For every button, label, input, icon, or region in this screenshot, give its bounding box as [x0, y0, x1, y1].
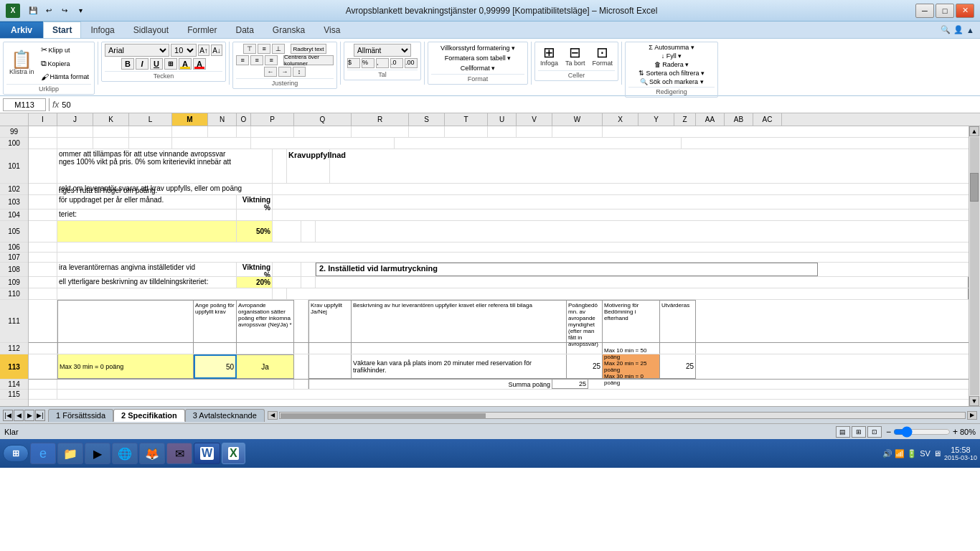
- cell-o109[interactable]: [301, 277, 316, 288]
- underline-button[interactable]: U: [150, 58, 163, 70]
- font-increase-button[interactable]: A↑: [198, 44, 209, 56]
- cell-i102[interactable]: [29, 184, 57, 194]
- tab-data[interactable]: Data: [226, 22, 263, 38]
- maximize-button[interactable]: □: [936, 4, 954, 18]
- page-layout-button[interactable]: ⊞: [852, 426, 866, 438]
- percent-button[interactable]: %: [362, 58, 374, 68]
- tab-visa[interactable]: Visa: [314, 22, 349, 38]
- cell-j103[interactable]: för uppdraget per år eller månad.: [57, 195, 237, 209]
- cell-w99[interactable]: [552, 126, 603, 137]
- taskbar-firefox[interactable]: 🦊: [139, 443, 165, 464]
- tab-prev-button[interactable]: ◀: [14, 410, 24, 421]
- cell-i114[interactable]: [29, 380, 57, 389]
- format-cells-button[interactable]: ⊡ Format: [590, 44, 616, 69]
- format-painter-button[interactable]: 🖌 Hämta format: [39, 71, 92, 83]
- autosum-button[interactable]: Σ Autosumma ▾: [649, 44, 694, 51]
- page-break-button[interactable]: ⊡: [867, 426, 882, 438]
- cell-l112[interactable]: [194, 343, 237, 354]
- row-num-101[interactable]: 101: [0, 149, 28, 184]
- format-as-table-button[interactable]: Formatera som tabell ▾: [444, 54, 512, 62]
- insert-cells-button[interactable]: ⊞ Infoga: [538, 44, 560, 69]
- cell-m105[interactable]: 50%: [237, 221, 273, 242]
- cell-rest-106[interactable]: [57, 242, 969, 252]
- cell-p112[interactable]: [308, 343, 352, 354]
- normal-view-button[interactable]: ▤: [836, 426, 850, 438]
- cell-r99[interactable]: [352, 126, 409, 137]
- row-num-103[interactable]: 103: [0, 195, 28, 209]
- h-scroll-thumb[interactable]: [281, 413, 486, 419]
- merge-center-button[interactable]: Centrera över kolumner: [283, 55, 334, 65]
- cell-o101[interactable]: [273, 149, 287, 183]
- cell-l99[interactable]: [129, 126, 172, 137]
- col-header-p[interactable]: P: [251, 113, 294, 126]
- cell-j109[interactable]: ell ytterligare beskrivning av tilldelni…: [57, 277, 237, 288]
- taskbar-media[interactable]: ▶: [85, 443, 110, 464]
- cell-n113[interactable]: Ja: [237, 354, 294, 379]
- row-num-99[interactable]: 99: [0, 126, 28, 138]
- fill-color-button[interactable]: A: [179, 58, 192, 70]
- vertical-scrollbar[interactable]: ▲ ▼: [969, 126, 980, 406]
- border-button[interactable]: ⊞: [164, 58, 177, 70]
- col-header-i[interactable]: I: [29, 113, 57, 126]
- col-header-s[interactable]: S: [409, 113, 445, 126]
- cell-i101[interactable]: [29, 149, 57, 183]
- col-header-t[interactable]: T: [445, 113, 488, 126]
- col-header-ac[interactable]: AC: [753, 113, 782, 126]
- cell-m112[interactable]: [237, 343, 294, 354]
- align-middle-button[interactable]: ≡: [258, 44, 270, 54]
- cell-j111[interactable]: [57, 300, 194, 342]
- delete-cells-button[interactable]: ⊟ Ta bort: [563, 44, 588, 69]
- cell-n108[interactable]: [273, 263, 301, 276]
- cell-rest-109[interactable]: [316, 277, 969, 288]
- row-num-100[interactable]: 100: [0, 138, 28, 149]
- cell-o108[interactable]: [301, 263, 316, 276]
- align-right-button[interactable]: ≡: [265, 55, 278, 65]
- cell-o112[interactable]: [294, 343, 308, 354]
- close-button[interactable]: ✕: [956, 4, 974, 18]
- cell-s113[interactable]: Max 10 min = 50 poäng Max 20 min = 25 po…: [603, 354, 660, 379]
- cell-j112[interactable]: [57, 343, 194, 354]
- cell-k100[interactable]: [93, 138, 129, 149]
- cell-o111[interactable]: [294, 300, 308, 342]
- cell-n109[interactable]: [273, 277, 301, 288]
- cell-t99[interactable]: [445, 126, 488, 137]
- paste-button[interactable]: 📋 Klistra in: [6, 49, 37, 78]
- col-header-w[interactable]: W: [552, 113, 603, 126]
- h-scroll-track[interactable]: [279, 412, 966, 419]
- increase-indent-button[interactable]: →: [278, 67, 291, 77]
- clear-button[interactable]: 🗑 Radera ▾: [654, 61, 689, 68]
- font-size-select[interactable]: 10: [171, 44, 197, 57]
- conditional-formatting-button[interactable]: Villkorsstyrd formatering ▾: [440, 44, 516, 52]
- cell-o105[interactable]: [301, 221, 316, 242]
- cell-i99[interactable]: [29, 126, 57, 137]
- cell-rest-101[interactable]: [330, 149, 969, 183]
- increase-decimal-button[interactable]: .0: [390, 58, 403, 68]
- cell-p99[interactable]: [251, 126, 294, 137]
- cell-rest-103[interactable]: [273, 195, 969, 209]
- cell-n105[interactable]: [273, 221, 301, 242]
- cell-rest-110[interactable]: [287, 288, 969, 299]
- horizontal-scrollbar[interactable]: ◀ ▶: [265, 411, 980, 420]
- ribbon-minimize-icon[interactable]: ▲: [966, 26, 974, 34]
- cell-s99[interactable]: [409, 126, 445, 137]
- cell-rest-115[interactable]: [57, 390, 969, 399]
- cell-i115[interactable]: [29, 390, 57, 399]
- row-num-113[interactable]: 113: [0, 354, 28, 380]
- cell-o99[interactable]: [237, 126, 251, 137]
- sheet-tab-2[interactable]: 2 Specifikation: [113, 409, 185, 422]
- cell-w114[interactable]: 25: [552, 380, 588, 389]
- cell-m111[interactable]: Avropande organisation sätter poäng efte…: [237, 300, 294, 342]
- number-format-select[interactable]: Allmänt: [354, 44, 411, 57]
- tab-last-button[interactable]: ▶|: [35, 410, 45, 421]
- scroll-track[interactable]: [970, 137, 979, 395]
- cell-w111[interactable]: Utvärderas: [660, 300, 696, 342]
- scroll-left-button[interactable]: ◀: [268, 411, 278, 420]
- cell-q113[interactable]: Väktare kan vara på plats inom 20 minute…: [352, 354, 567, 379]
- tab-infoga[interactable]: Infoga: [81, 22, 123, 38]
- tab-formler[interactable]: Formler: [178, 22, 226, 38]
- cell-q100[interactable]: [395, 138, 682, 149]
- cell-l111[interactable]: Ange poäng för uppfyllt krav: [194, 300, 237, 342]
- cell-j101[interactable]: ommer att tillämpas för att utse vinnand…: [57, 149, 273, 183]
- row-num-114[interactable]: 114: [0, 380, 28, 390]
- fill-button[interactable]: ↓ Fyll ▾: [661, 52, 682, 60]
